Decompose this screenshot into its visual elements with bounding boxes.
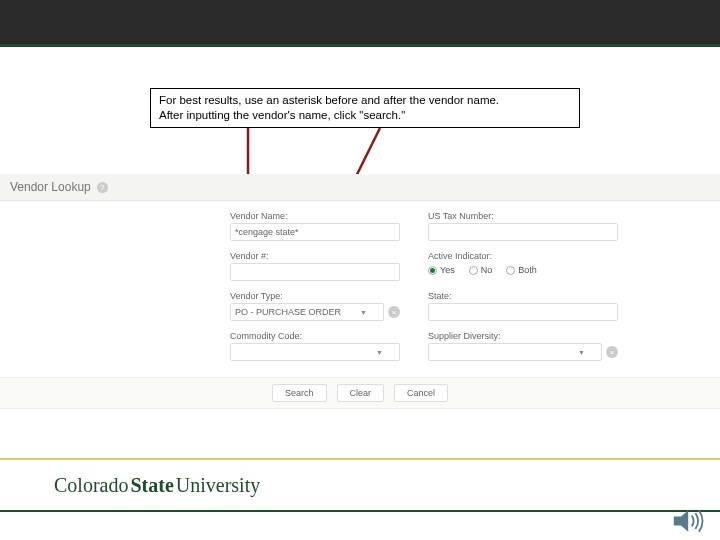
commodity-code-label: Commodity Code: [230,331,400,341]
vendor-num-input[interactable] [230,263,400,281]
commodity-code-select[interactable]: ▼ [230,343,400,361]
clear-button[interactable]: Clear [337,384,385,402]
state-field: State: [428,291,618,321]
csu-logo: Colorado State University [54,474,260,497]
active-indicator-label: Active Indicator: [428,251,618,261]
page-title-bar: Vendor Lookup ? [0,174,720,201]
form-buttons-bar: Search Clear Cancel [0,377,720,409]
radio-yes[interactable]: Yes [428,265,455,275]
vendor-type-select[interactable]: PO - PURCHASE ORDER ▼ [230,303,384,321]
vendor-num-field: Vendor #: [230,251,400,281]
chevron-down-icon: ▼ [360,309,367,316]
vendor-name-field: Vendor Name: [230,211,400,241]
active-indicator-field: Active Indicator: Yes No Both [428,251,618,281]
search-button[interactable]: Search [272,384,327,402]
us-tax-label: US Tax Number: [428,211,618,221]
search-form: Vendor Name: US Tax Number: Vendor #: Ac… [0,201,720,377]
callout-line2: After inputting the vendor's name, click… [159,108,571,123]
vendor-lookup-panel: Vendor Lookup ? Vendor Name: US Tax Numb… [0,174,720,409]
footer-brand-area: Colorado State University [0,460,720,510]
slide-top-band [0,0,720,44]
chevron-down-icon: ▼ [578,349,585,356]
footer-green-line [0,510,720,512]
vendor-type-field: Vendor Type: PO - PURCHASE ORDER ▼ × [230,291,400,321]
callout-line1: For best results, use an asterisk before… [159,93,571,108]
instruction-callout: For best results, use an asterisk before… [150,88,580,128]
supplier-diversity-label: Supplier Diversity: [428,331,618,341]
state-label: State: [428,291,618,301]
vendor-type-label: Vendor Type: [230,291,400,301]
clear-vendor-type-icon[interactable]: × [388,306,400,318]
radio-both[interactable]: Both [506,265,537,275]
us-tax-field: US Tax Number: [428,211,618,241]
vendor-num-label: Vendor #: [230,251,400,261]
radio-no[interactable]: No [469,265,493,275]
clear-supplier-diversity-icon[interactable]: × [606,346,618,358]
supplier-diversity-select[interactable]: ▼ [428,343,602,361]
vendor-name-input[interactable] [230,223,400,241]
slide-accent-line [0,44,720,47]
help-icon[interactable]: ? [97,182,108,193]
speaker-icon [672,506,708,536]
chevron-down-icon: ▼ [376,349,383,356]
commodity-code-field: Commodity Code: ▼ [230,331,400,361]
vendor-name-label: Vendor Name: [230,211,400,221]
us-tax-input[interactable] [428,223,618,241]
cancel-button[interactable]: Cancel [394,384,448,402]
page-title: Vendor Lookup [10,180,91,194]
state-input[interactable] [428,303,618,321]
supplier-diversity-field: Supplier Diversity: ▼ × [428,331,618,361]
